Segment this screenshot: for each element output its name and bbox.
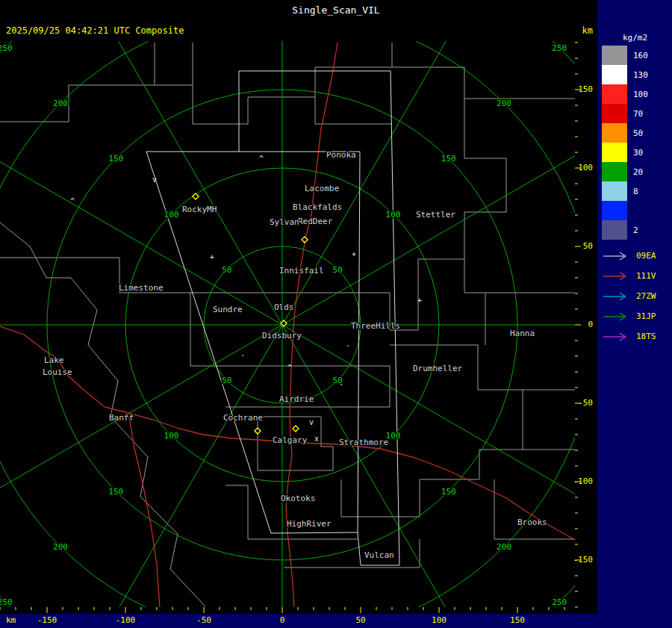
city-labels: PonokaLacombeBlackfaldsRedDeerSylvanStet… bbox=[43, 150, 547, 560]
bottom-axis-label: -100 bbox=[116, 615, 136, 625]
track-id-label: 09EA bbox=[636, 251, 656, 261]
azimuth-spoke bbox=[0, 0, 672, 628]
site-diamond-icon bbox=[193, 193, 199, 199]
scale-color-swatch bbox=[602, 123, 627, 143]
scale-color-swatch bbox=[602, 46, 627, 65]
city-label: Lacombe bbox=[305, 184, 339, 193]
city-label: Airdrie bbox=[279, 394, 314, 404]
cell-marker-icon: ^ bbox=[259, 155, 264, 163]
radar-map-canvas[interactable]: 5050505010010010010015015015015020020020… bbox=[0, 0, 672, 628]
cell-marker-icon: · bbox=[240, 352, 245, 360]
bottom-axis-label: 100 bbox=[432, 615, 447, 625]
bottom-axis-label: -50 bbox=[196, 615, 211, 625]
range-ring-label: 150 bbox=[441, 154, 456, 164]
boundary-line bbox=[193, 43, 392, 124]
city-label: Sylvan bbox=[270, 217, 299, 227]
color-scale: 1601301007050302082 bbox=[602, 46, 672, 240]
bottom-axis-bar: km -150-100-50050100150 bbox=[0, 614, 597, 628]
cell-marker-icon: * bbox=[352, 252, 356, 260]
range-rings-and-spokes bbox=[0, 0, 672, 628]
right-axis-label: 150 bbox=[554, 84, 593, 94]
city-label: Blackfalds bbox=[293, 202, 342, 212]
city-label: Brooks bbox=[517, 517, 547, 527]
azimuth-spoke bbox=[0, 0, 618, 628]
scale-row: 2 bbox=[602, 220, 672, 240]
scale-value-label: 160 bbox=[633, 51, 648, 60]
legend-panel: kg/m2 1601301007050302082 09EA111V27ZW31… bbox=[597, 0, 672, 628]
track-id-label: 111V bbox=[636, 271, 656, 281]
right-axis-label: -150 bbox=[554, 555, 593, 565]
scale-value-label: 100 bbox=[633, 90, 648, 99]
boundary-line bbox=[392, 67, 575, 99]
track-legend-row: 09EA bbox=[602, 246, 672, 266]
city-label: Ponoka bbox=[326, 150, 356, 160]
range-ring bbox=[0, 0, 672, 628]
city-label: Vulcan bbox=[364, 550, 394, 560]
city-label: Louise bbox=[43, 367, 72, 377]
scale-value-label: 50 bbox=[633, 128, 643, 138]
track-id-label: 18TS bbox=[636, 332, 656, 341]
range-ring-label: 250 bbox=[0, 43, 13, 53]
boundary-line bbox=[464, 259, 575, 293]
boundary-line bbox=[420, 390, 523, 479]
scale-value-label: 70 bbox=[633, 109, 643, 119]
cell-marker-icon: ^ bbox=[70, 197, 75, 205]
scale-unit-label: kg/m2 bbox=[623, 33, 672, 43]
scale-color-swatch bbox=[602, 143, 627, 162]
site-diamond-icon bbox=[293, 426, 299, 432]
scale-color-swatch bbox=[602, 162, 627, 181]
scale-row bbox=[602, 201, 672, 220]
scale-row: 50 bbox=[602, 123, 672, 143]
right-axis-label: 50 bbox=[554, 241, 593, 251]
city-label: Hanna bbox=[510, 329, 535, 338]
track-legend-row: 27ZW bbox=[602, 286, 672, 306]
city-label: Drumheller bbox=[413, 364, 463, 373]
scale-color-swatch bbox=[602, 220, 627, 240]
range-ring-label: 150 bbox=[108, 487, 123, 497]
bottom-axis-label: 50 bbox=[355, 615, 365, 625]
city-label: Sundre bbox=[213, 305, 243, 314]
boundary-line bbox=[494, 479, 575, 539]
scale-color-swatch bbox=[602, 84, 627, 104]
scale-value-label: 8 bbox=[633, 187, 638, 196]
right-axis-label: 100 bbox=[554, 163, 593, 172]
map-layers: 5050505010010010010015015015015020020020… bbox=[0, 0, 672, 628]
cell-marker-icon: · bbox=[339, 381, 343, 389]
range-ring-label: 200 bbox=[53, 542, 68, 552]
cell-marker-icon: v bbox=[309, 418, 314, 426]
city-label: RedDeer bbox=[298, 217, 333, 226]
site-diamond-icon bbox=[255, 428, 261, 434]
scale-value-label: 130 bbox=[633, 70, 648, 80]
boundary-line bbox=[341, 479, 420, 517]
boundary-line bbox=[71, 278, 205, 606]
range-ring-label: 250 bbox=[552, 597, 567, 607]
track-id-label: 27ZW bbox=[636, 291, 656, 301]
city-label: Lake bbox=[44, 355, 64, 365]
scale-color-swatch bbox=[602, 65, 627, 84]
boundary-line bbox=[0, 223, 71, 278]
highway-line bbox=[0, 326, 278, 441]
azimuth-spoke bbox=[0, 0, 672, 628]
range-ring-label: 250 bbox=[552, 43, 567, 53]
city-label: Strathmore bbox=[339, 438, 388, 447]
city-label: Okotoks bbox=[281, 494, 315, 503]
right-axis-label: -50 bbox=[554, 398, 593, 408]
range-ring-label: 250 bbox=[0, 597, 13, 607]
scale-row: 160 bbox=[602, 46, 672, 65]
track-id-label: 31JP bbox=[636, 311, 656, 321]
scale-value-label: 30 bbox=[633, 148, 643, 158]
bottom-axis-label: 0 bbox=[280, 615, 285, 625]
track-arrow-icon bbox=[602, 252, 632, 261]
cell-marker-icon: · bbox=[346, 342, 350, 350]
city-label: ThreeHills bbox=[351, 321, 400, 331]
scale-color-swatch bbox=[602, 104, 627, 123]
city-label: RockyMH bbox=[182, 205, 217, 214]
city-label: Banff bbox=[109, 413, 134, 423]
coverage-outlines bbox=[146, 71, 399, 565]
cell-marker-icon: + bbox=[417, 296, 422, 305]
track-arrow-icon bbox=[602, 272, 632, 281]
range-ring-label: 200 bbox=[497, 99, 511, 108]
cell-marker-icon: + bbox=[210, 253, 214, 261]
range-ring-label: 150 bbox=[441, 487, 456, 497]
track-arrow-icon bbox=[602, 312, 632, 321]
